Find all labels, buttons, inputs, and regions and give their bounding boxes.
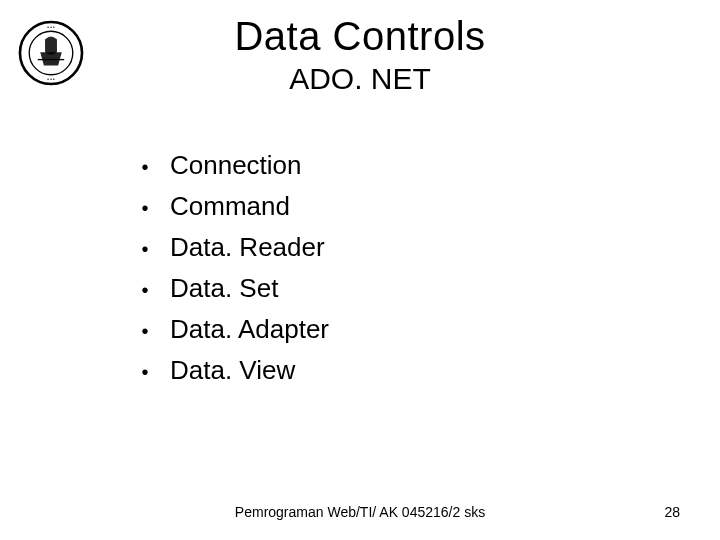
list-item: • Data. Adapter [120,314,329,345]
list-item: • Connection [120,150,329,181]
bullet-dot-icon: • [120,156,170,179]
bullet-text: Command [170,191,290,222]
list-item: • Data. Set [120,273,329,304]
bullet-text: Connection [170,150,302,181]
page-number: 28 [664,504,680,520]
slide: • • • • • • Data Controls ADO. NET • Con… [0,0,720,540]
bullet-dot-icon: • [120,361,170,384]
slide-title: Data Controls [0,14,720,59]
bullet-text: Data. Reader [170,232,325,263]
bullet-dot-icon: • [120,320,170,343]
bullet-text: Data. Adapter [170,314,329,345]
bullet-dot-icon: • [120,197,170,220]
list-item: • Data. View [120,355,329,386]
slide-subtitle: ADO. NET [0,62,720,96]
list-item: • Data. Reader [120,232,329,263]
bullet-text: Data. View [170,355,295,386]
bullet-dot-icon: • [120,279,170,302]
bullet-list: • Connection • Command • Data. Reader • … [120,150,329,396]
bullet-text: Data. Set [170,273,278,304]
footer-text: Pemrograman Web/TI/ AK 045216/2 sks [0,504,720,520]
bullet-dot-icon: • [120,238,170,261]
list-item: • Command [120,191,329,222]
